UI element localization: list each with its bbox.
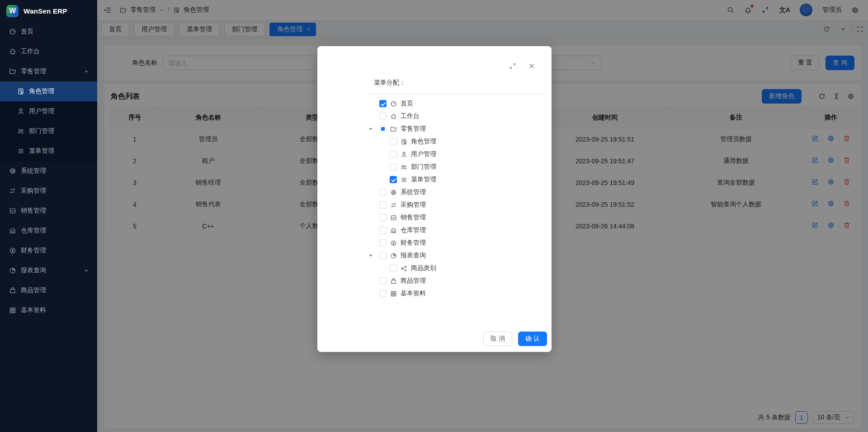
- tree-item-label: 商品类别: [411, 264, 436, 272]
- tree-item-purchase[interactable]: 采购管理: [317, 199, 552, 211]
- bank-icon: [9, 227, 16, 234]
- sidebar-item-retail[interactable]: 零售管理: [0, 62, 97, 81]
- tree-item-finance[interactable]: 财务管理: [317, 237, 552, 249]
- modal-maximize-icon[interactable]: [509, 62, 516, 70]
- app-logo: W WanSen ERP: [0, 0, 97, 22]
- cancel-button[interactable]: 取 消: [483, 332, 512, 346]
- confirm-button[interactable]: 确 认: [518, 332, 547, 346]
- sidebar-item-label: 菜单管理: [29, 147, 89, 155]
- caret-down-icon[interactable]: [368, 126, 375, 132]
- sidebar-item-user-mgmt[interactable]: 用户管理: [0, 101, 97, 121]
- checkbox-unchecked[interactable]: [390, 151, 397, 158]
- checkbox-indeterminate[interactable]: [379, 125, 387, 133]
- checkbox-unchecked[interactable]: [390, 265, 397, 272]
- pie-chart-icon: [390, 252, 397, 259]
- tree-item-label: 工作台: [401, 112, 420, 120]
- checkbox-unchecked[interactable]: [379, 201, 387, 209]
- tree-item-warehouse[interactable]: 仓库管理: [317, 224, 552, 237]
- tree-item-retail[interactable]: 零售管理: [317, 123, 552, 135]
- checkbox-unchecked[interactable]: [390, 138, 397, 145]
- checkbox-unchecked[interactable]: [379, 239, 387, 247]
- tree-item-user-mgmt[interactable]: 用户管理: [317, 148, 552, 161]
- checkbox-checked[interactable]: [390, 176, 397, 183]
- tree-item-dept-mgmt[interactable]: 部门管理: [317, 161, 552, 173]
- tree-item-goods-category[interactable]: 商品类别: [317, 262, 552, 275]
- gear-icon: [9, 167, 16, 175]
- checkbox-unchecked[interactable]: [379, 113, 387, 120]
- sidebar-item-workbench[interactable]: 工作台: [0, 42, 97, 62]
- menu-icon: [401, 176, 407, 183]
- sidebar-item-label: 基本资料: [21, 306, 89, 314]
- checkbox-unchecked[interactable]: [379, 189, 387, 196]
- chevron-down-icon: [84, 268, 89, 273]
- share-icon: [401, 265, 407, 272]
- sidebar-item-dept-mgmt[interactable]: 部门管理: [0, 121, 97, 141]
- modal-close-icon[interactable]: [528, 62, 535, 70]
- team-icon: [401, 164, 407, 171]
- tree-item-reports[interactable]: 报表查询: [317, 249, 552, 262]
- tree-item-label: 部门管理: [411, 163, 436, 171]
- tree-item-label: 采购管理: [401, 201, 426, 209]
- sidebar-item-purchase[interactable]: 采购管理: [0, 181, 97, 201]
- checkbox-unchecked[interactable]: [379, 290, 387, 297]
- sidebar-item-goods[interactable]: 商品管理: [0, 280, 97, 300]
- tree-item-label: 报表查询: [401, 252, 426, 260]
- menu-assign-modal: 菜单分配： 首页 工作台 零售管理 角色管理 用户管理: [317, 46, 552, 352]
- pie-chart-icon: [9, 267, 16, 274]
- tree-item-basic-data[interactable]: 基本资料: [317, 287, 552, 300]
- dashboard-icon: [9, 28, 16, 35]
- app-name: WanSen ERP: [24, 7, 67, 15]
- swap-icon: [9, 187, 16, 195]
- sidebar-item-role-mgmt[interactable]: 角色管理: [0, 81, 97, 101]
- menu-tree: 首页 工作台 零售管理 角色管理 用户管理 部门管理: [317, 97, 552, 300]
- tree-item-system[interactable]: 系统管理: [317, 186, 552, 199]
- tree-item-role-mgmt[interactable]: 角色管理: [317, 135, 552, 148]
- sidebar-item-sales[interactable]: 销售管理: [0, 201, 97, 221]
- sidebar-submenu-retail: 角色管理 用户管理 部门管理 菜单管理: [0, 81, 97, 161]
- bag-icon: [390, 278, 397, 285]
- tree-item-sales[interactable]: 销售管理: [317, 211, 552, 224]
- tree-item-label: 基本资料: [401, 290, 426, 298]
- role-icon: [401, 138, 407, 145]
- tree-item-label: 销售管理: [401, 214, 426, 222]
- sidebar-item-system[interactable]: 系统管理: [0, 161, 97, 181]
- tree-item-label: 首页: [401, 100, 413, 108]
- sidebar-item-label: 财务管理: [21, 247, 89, 255]
- tree-item-label: 系统管理: [401, 188, 426, 196]
- chevron-up-icon: [84, 69, 89, 74]
- tree-item-home[interactable]: 首页: [317, 97, 552, 110]
- user-icon: [17, 108, 24, 115]
- sidebar-item-label: 仓库管理: [21, 227, 89, 235]
- checkbox-unchecked[interactable]: [390, 163, 397, 171]
- sidebar-item-label: 采购管理: [21, 187, 89, 195]
- checkbox-checked[interactable]: [379, 100, 387, 107]
- sidebar-item-dashboard[interactable]: 首页: [0, 22, 97, 42]
- sidebar-item-menu-mgmt[interactable]: 菜单管理: [0, 141, 97, 161]
- tree-item-goods-mgmt[interactable]: 商品管理: [317, 275, 552, 287]
- shop-icon: [390, 214, 397, 221]
- sidebar-item-reports[interactable]: 报表查询: [0, 261, 97, 280]
- sidebar-item-finance[interactable]: 财务管理: [0, 241, 97, 261]
- modal-title: 菜单分配：: [374, 79, 406, 87]
- tree-item-label: 角色管理: [411, 138, 436, 146]
- gear-icon: [390, 189, 397, 196]
- bag-icon: [9, 287, 16, 294]
- tree-item-workbench[interactable]: 工作台: [317, 110, 552, 123]
- sidebar: W WanSen ERP 首页 工作台 零售管理 角色管理 用户管理 部门管理 …: [0, 0, 97, 432]
- checkbox-unchecked[interactable]: [379, 227, 387, 234]
- sidebar-item-label: 工作台: [21, 47, 89, 56]
- sidebar-item-label: 零售管理: [21, 67, 79, 76]
- sidebar-item-warehouse[interactable]: 仓库管理: [0, 221, 97, 241]
- tree-item-menu-mgmt[interactable]: 菜单管理: [317, 173, 552, 186]
- sidebar-item-basic-data[interactable]: 基本资料: [0, 300, 97, 320]
- tree-item-label: 用户管理: [411, 150, 436, 158]
- caret-down-icon[interactable]: [368, 253, 375, 258]
- dashboard-icon: [390, 100, 397, 107]
- bank-icon: [390, 227, 397, 234]
- checkbox-unchecked[interactable]: [379, 277, 387, 285]
- checkbox-unchecked[interactable]: [379, 214, 387, 221]
- tree-item-label: 商品管理: [401, 277, 426, 285]
- sidebar-item-label: 角色管理: [29, 87, 89, 95]
- checkbox-unchecked[interactable]: [379, 252, 387, 259]
- shop-icon: [9, 207, 16, 214]
